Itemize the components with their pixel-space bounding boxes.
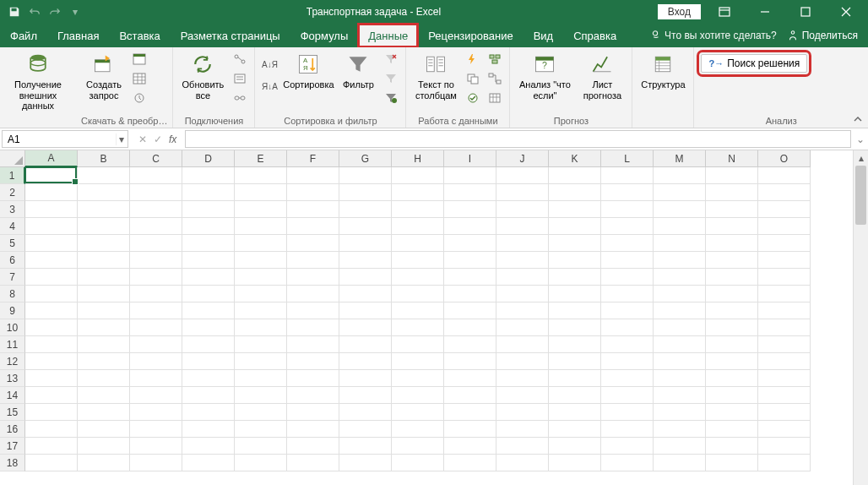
cell[interactable] [601, 218, 654, 235]
cell[interactable] [130, 201, 182, 218]
cell[interactable] [392, 438, 444, 455]
cell[interactable] [392, 353, 444, 370]
cell[interactable] [25, 421, 78, 438]
cell[interactable] [287, 184, 339, 201]
cell[interactable] [182, 438, 235, 455]
cell[interactable] [78, 404, 130, 421]
column-header[interactable]: E [235, 150, 287, 167]
cell[interactable] [758, 404, 811, 421]
cell[interactable] [78, 387, 130, 404]
cell[interactable] [25, 438, 78, 455]
cell[interactable] [182, 336, 235, 353]
cell[interactable] [758, 167, 811, 184]
cell[interactable] [601, 167, 654, 184]
cell[interactable] [130, 302, 182, 319]
cell[interactable] [339, 438, 392, 455]
row-header[interactable]: 13 [0, 370, 25, 387]
cell[interactable] [392, 455, 444, 471]
cell[interactable] [392, 235, 444, 252]
whatif-analysis-button[interactable]: ? Анализ "что если" [515, 49, 574, 102]
cell[interactable] [706, 404, 758, 421]
sort-ascending-icon[interactable]: А↓Я [260, 56, 279, 73]
cell[interactable] [130, 252, 182, 269]
cell[interactable] [392, 404, 444, 421]
cell[interactable] [78, 201, 130, 218]
cell[interactable] [339, 235, 392, 252]
cell[interactable] [601, 353, 654, 370]
consolidate-icon[interactable] [486, 51, 504, 68]
signin-button[interactable]: Вход [658, 4, 701, 19]
cell[interactable] [758, 455, 811, 471]
cell[interactable] [601, 387, 654, 404]
cell[interactable] [287, 421, 339, 438]
cell[interactable] [444, 302, 496, 319]
row-header[interactable]: 6 [0, 252, 25, 269]
manage-data-model-icon[interactable] [486, 90, 504, 106]
cell[interactable] [78, 184, 130, 201]
cell[interactable] [339, 302, 392, 319]
cell[interactable] [549, 455, 601, 471]
cell[interactable] [496, 438, 549, 455]
cell[interactable] [654, 370, 706, 387]
cell[interactable] [392, 218, 444, 235]
from-table-icon[interactable] [130, 70, 149, 87]
cell[interactable] [549, 438, 601, 455]
cell[interactable] [706, 184, 758, 201]
ribbon-display-options-icon[interactable] [708, 0, 741, 24]
cell[interactable] [25, 336, 78, 353]
cell[interactable] [444, 387, 496, 404]
cell[interactable] [130, 404, 182, 421]
cell[interactable] [339, 353, 392, 370]
row-header[interactable]: 14 [0, 387, 25, 404]
cell[interactable] [25, 184, 78, 201]
row-header[interactable]: 11 [0, 336, 25, 353]
cell[interactable] [706, 353, 758, 370]
filter-button[interactable]: Фильтр [338, 49, 378, 92]
cell[interactable] [496, 370, 549, 387]
save-icon[interactable] [7, 4, 22, 19]
cell[interactable] [287, 269, 339, 286]
show-queries-icon[interactable] [130, 51, 149, 68]
text-to-columns-button[interactable]: Текст по столбцам [411, 49, 460, 102]
cell[interactable] [235, 319, 287, 336]
name-box-dropdown-icon[interactable]: ▾ [116, 134, 127, 145]
close-button[interactable] [829, 0, 863, 24]
cell[interactable] [235, 286, 287, 302]
row-header[interactable]: 9 [0, 302, 25, 319]
cell[interactable] [25, 455, 78, 471]
cell[interactable] [706, 286, 758, 302]
row-header[interactable]: 10 [0, 319, 25, 336]
reapply-filter-icon[interactable] [382, 70, 400, 87]
cell[interactable] [601, 319, 654, 336]
cell[interactable] [706, 319, 758, 336]
cell[interactable] [654, 455, 706, 471]
cell[interactable] [654, 286, 706, 302]
cell[interactable] [654, 319, 706, 336]
cell[interactable] [758, 336, 811, 353]
scroll-up-icon[interactable]: ▴ [854, 150, 868, 166]
expand-formula-bar-icon[interactable]: ⌄ [853, 128, 868, 150]
new-query-button[interactable]: Создать запрос [81, 49, 127, 102]
get-external-data-button[interactable]: Получение внешних данных [5, 49, 71, 113]
cell[interactable] [601, 201, 654, 218]
cell[interactable] [496, 184, 549, 201]
cell[interactable] [235, 184, 287, 201]
data-validation-icon[interactable] [464, 90, 482, 106]
cell[interactable] [392, 319, 444, 336]
column-header[interactable]: D [182, 150, 235, 167]
cell[interactable] [758, 438, 811, 455]
cell[interactable] [601, 302, 654, 319]
cell[interactable] [130, 218, 182, 235]
properties-icon[interactable] [231, 70, 249, 87]
refresh-all-button[interactable]: Обновить все [178, 49, 227, 102]
cell[interactable] [496, 336, 549, 353]
tab-page-layout[interactable]: Разметка страницы [171, 24, 290, 47]
cell[interactable] [25, 235, 78, 252]
row-header[interactable]: 18 [0, 455, 25, 471]
cell[interactable] [654, 387, 706, 404]
cell[interactable] [182, 387, 235, 404]
cell[interactable] [235, 302, 287, 319]
cell[interactable] [706, 201, 758, 218]
cell[interactable] [496, 252, 549, 269]
cell[interactable] [392, 336, 444, 353]
